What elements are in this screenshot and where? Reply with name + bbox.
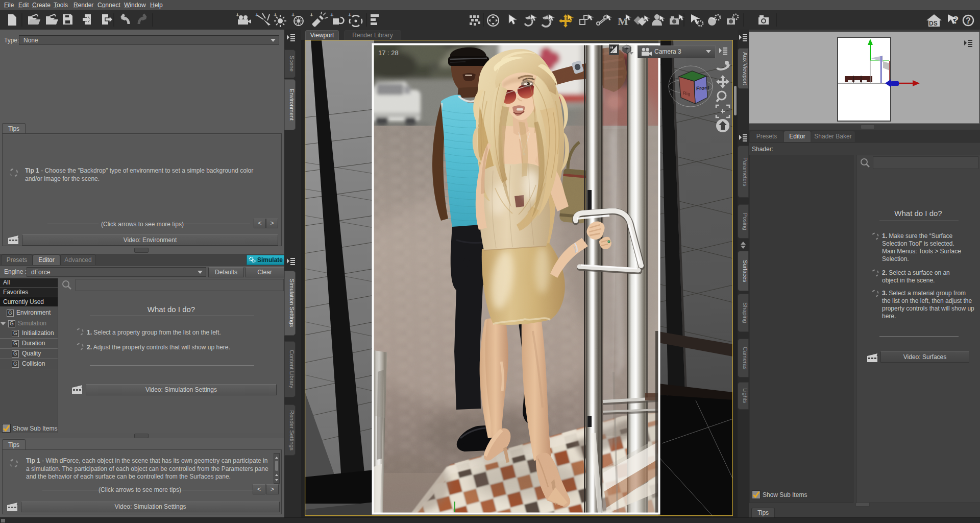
svg-text:+: + xyxy=(291,12,295,18)
svg-text:?: ? xyxy=(966,16,971,25)
svg-text:+: + xyxy=(348,12,351,18)
svg-text:Front: Front xyxy=(696,85,709,91)
svg-text:+: + xyxy=(310,12,313,18)
svg-text:+: + xyxy=(236,12,239,18)
svg-text:17 : 28: 17 : 28 xyxy=(378,49,399,57)
svg-text:+: + xyxy=(274,12,277,18)
svg-text:+: + xyxy=(255,12,258,18)
svg-text:?: ? xyxy=(952,14,959,26)
svg-text:Rig: Rig xyxy=(683,90,690,97)
svg-text:DS: DS xyxy=(929,20,938,27)
svg-text:+: + xyxy=(330,12,333,18)
